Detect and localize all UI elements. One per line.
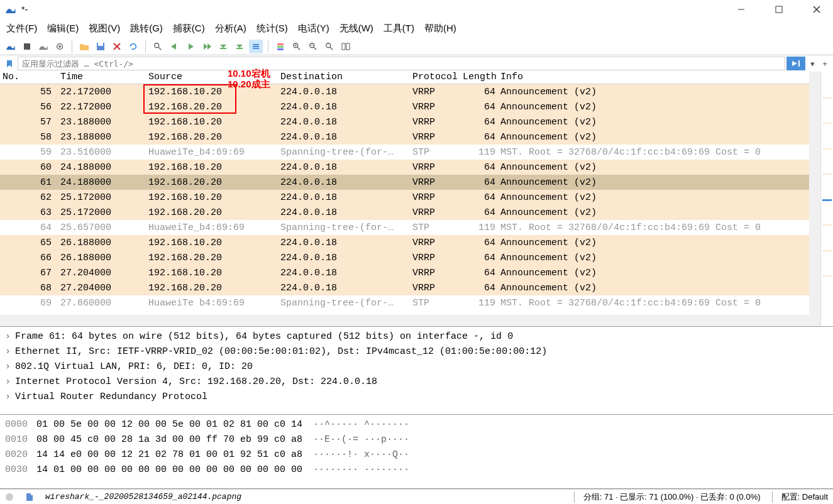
save-file-button[interactable] [94,40,108,53]
go-forward-button[interactable] [184,40,197,53]
packet-bytes-pane[interactable]: 000001 00 5e 00 00 12 00 00 5e 00 01 02 … [0,415,833,489]
capture-file-icon [25,493,34,501]
detail-row[interactable]: ›Virtual Router Redundancy Protocol [5,390,828,405]
detail-row[interactable]: ›802.1Q Virtual LAN, PRI: 6, DEI: 0, ID:… [5,359,828,375]
svg-rect-14 [253,46,259,47]
col-header-time[interactable]: Time [58,72,146,84]
reload-button[interactable] [126,40,140,53]
packet-row[interactable]: 6325.172000192.168.20.20224.0.0.18VRRP64… [0,205,833,220]
svg-rect-16 [277,43,284,45]
svg-point-30 [6,493,13,501]
packet-row[interactable]: 6225.172000192.168.10.20224.0.0.18VRRP64… [0,190,833,205]
expand-arrow-icon[interactable]: › [5,390,15,405]
expand-arrow-icon[interactable]: › [5,359,15,375]
hex-row[interactable]: 002014 14 e0 00 00 12 21 02 78 01 00 01 … [5,447,828,463]
packet-row[interactable]: 5823.188000192.168.20.20224.0.0.18VRRP64… [0,129,833,145]
packet-row[interactable]: 5923.516000HuaweiTe_b4:69:69Spanning-tre… [0,145,833,160]
menu-analyze[interactable]: 分析(A) [215,23,246,35]
detail-row[interactable]: ›Internet Protocol Version 4, Src: 192.1… [5,375,828,390]
menu-file[interactable]: 文件(F) [6,23,37,35]
svg-line-27 [330,47,333,49]
col-header-destination[interactable]: Destination [278,72,410,84]
menu-help[interactable]: 帮助(H) [424,23,456,35]
go-to-packet-button[interactable] [200,40,214,53]
filter-bar: ▾ + [0,55,833,72]
colorize-button[interactable] [273,40,287,53]
svg-line-24 [314,47,316,49]
menu-telephony[interactable]: 电话(Y) [298,23,329,35]
menu-statistics[interactable]: 统计(S) [257,23,288,35]
expression-hint[interactable]: ▾ [807,59,818,68]
menu-edit[interactable]: 编辑(E) [47,23,79,35]
start-capture-button[interactable] [4,40,18,53]
titlebar: *- [0,0,833,19]
zoom-reset-button[interactable] [323,40,336,53]
packet-row[interactable]: 5622.172000192.168.20.20224.0.0.18VRRP64… [0,99,833,114]
svg-line-20 [297,47,300,49]
go-last-button[interactable] [233,40,246,53]
statusbar: wireshark_-_20200528134659_a02144.pcapng… [0,489,833,504]
menu-view[interactable]: 视图(V) [89,23,120,35]
close-button[interactable] [805,1,828,18]
col-header-no[interactable]: No. [0,72,58,84]
detail-row[interactable]: ›Frame 61: 64 bytes on wire (512 bits), … [5,329,828,344]
toolbar [0,38,833,55]
stop-capture-button[interactable] [20,40,34,53]
hex-row[interactable]: 003014 01 00 00 00 00 00 00 00 00 00 00 … [5,463,828,478]
expand-arrow-icon[interactable]: › [5,329,15,344]
expert-info-icon[interactable] [5,493,14,501]
packet-row[interactable]: 6124.188000192.168.20.20224.0.0.18VRRP64… [0,175,833,190]
menu-tools[interactable]: 工具(T) [383,23,414,35]
expand-arrow-icon[interactable]: › [5,375,15,390]
svg-point-26 [326,43,331,47]
menu-go[interactable]: 跳转(G) [130,23,163,35]
expand-arrow-icon[interactable]: › [5,344,15,359]
go-back-button[interactable] [167,40,181,53]
hex-row[interactable]: 001008 00 45 c0 00 28 1a 3d 00 00 ff 70 … [5,432,828,447]
capture-options-button[interactable] [53,40,67,53]
bookmark-filter-button[interactable] [3,57,16,70]
status-filename: wireshark_-_20200528134659_a02144.pcapng [45,492,563,501]
col-header-source[interactable]: Source [146,72,278,84]
menu-capture[interactable]: 捕获(C) [173,23,205,35]
auto-scroll-button[interactable] [249,40,263,53]
packet-row[interactable]: 6024.188000192.168.10.20224.0.0.18VRRP64… [0,160,833,175]
resize-columns-button[interactable] [339,40,353,53]
packet-row[interactable]: 6425.657000HuaweiTe_b4:69:69Spanning-tre… [0,220,833,235]
packet-row[interactable]: 6827.204000192.168.20.20224.0.0.18VRRP64… [0,280,833,295]
menu-wireless[interactable]: 无线(W) [339,23,373,35]
open-file-button[interactable] [77,40,91,53]
packet-list-scrollbar[interactable] [809,72,820,326]
col-header-info[interactable]: Info [498,72,809,84]
zoom-out-button[interactable] [306,40,320,53]
packet-row[interactable]: 6526.188000192.168.10.20224.0.0.18VRRP64… [0,235,833,250]
find-button[interactable] [151,40,165,53]
apply-filter-button[interactable] [786,57,805,70]
packet-details-pane[interactable]: ›Frame 61: 64 bytes on wire (512 bits), … [0,327,833,415]
packet-row[interactable]: 5522.172000192.168.10.20224.0.0.18VRRP64… [0,84,833,99]
detail-row[interactable]: ›Ethernet II, Src: IETF-VRRP-VRID_02 (00… [5,344,828,359]
minimize-button[interactable] [730,1,753,18]
packet-list-body[interactable]: 5522.172000192.168.10.20224.0.0.18VRRP64… [0,84,833,315]
close-file-button[interactable] [110,40,124,53]
svg-point-6 [58,45,61,48]
packet-row[interactable]: 6927.860000HuaweiTe b4:69:69Spanning-tre… [0,295,833,310]
packet-row[interactable]: 6727.204000192.168.10.20224.0.0.18VRRP64… [0,265,833,280]
restart-capture-button[interactable] [36,40,50,53]
packet-list-hscroll[interactable] [0,315,833,326]
col-header-protocol[interactable]: Protocol [410,72,460,84]
maximize-button[interactable] [768,1,790,18]
packet-row[interactable]: 5723.188000192.168.10.20224.0.0.18VRRP64… [0,114,833,129]
packet-row[interactable]: 6626.188000192.168.20.20224.0.0.18VRRP64… [0,250,833,265]
zoom-in-button[interactable] [290,40,304,53]
add-filter-button[interactable]: + [819,59,830,68]
col-header-length[interactable]: Length [460,72,498,84]
svg-rect-13 [253,44,259,45]
svg-rect-18 [277,48,284,50]
status-profile[interactable]: 配置: Default [772,491,828,503]
go-first-button[interactable] [216,40,230,53]
status-packets: 分组: 71 · 已显示: 71 (100.0%) · 已丢弃: 0 (0.0%… [574,491,761,503]
display-filter-input[interactable] [18,57,785,70]
minimap[interactable] [820,72,833,326]
hex-row[interactable]: 000001 00 5e 00 00 12 00 00 5e 00 01 02 … [5,417,828,432]
